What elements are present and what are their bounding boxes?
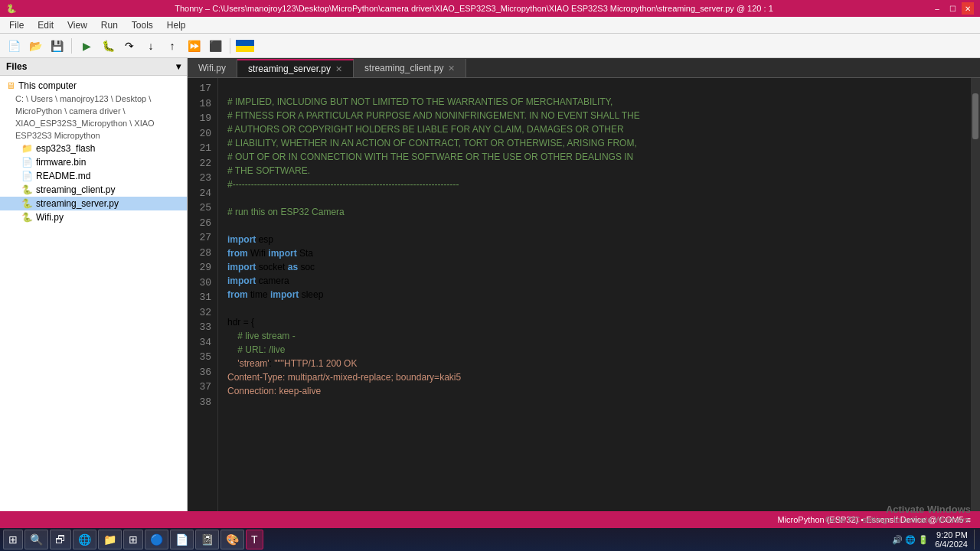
status-right: MicroPython (ESP32) • Essensif Device @ … <box>777 515 971 524</box>
file-label: streaming_server.py <box>36 198 119 209</box>
path-line-1: C: \ Users \ manojroy123 \ Desktop \ <box>0 93 187 105</box>
thonny-taskbar-button[interactable]: T <box>246 530 263 549</box>
tabs-bar: Wifi.py streaming_server.py ✕ streaming_… <box>188 58 980 78</box>
file-firmware-bin[interactable]: 📄 firmware.bin <box>0 155 187 169</box>
maximize-button[interactable]: ☐ <box>946 2 959 15</box>
close-button[interactable]: ✕ <box>962 2 974 15</box>
files-label: Files <box>6 61 27 72</box>
files-panel-header: Files ▾ <box>0 58 187 76</box>
toolbar-separator-1 <box>71 38 72 54</box>
step-over-button[interactable]: ↷ <box>120 37 139 55</box>
tab-wifi[interactable]: Wifi.py <box>188 59 237 77</box>
tab-label: Wifi.py <box>198 63 226 73</box>
title-bar: 🐍 Thonny – C:\Users\manojroy123\Desktop\… <box>0 0 980 17</box>
menu-bar: File Edit View Run Tools Help <box>0 17 980 34</box>
debug-button[interactable]: 🐛 <box>99 37 117 55</box>
file-streaming-client[interactable]: 🐍 streaming_client.py <box>0 183 187 197</box>
window-title: Thonny – C:\Users\manojroy123\Desktop\Mi… <box>17 4 931 13</box>
new-file-button[interactable]: 📄 <box>5 37 23 55</box>
editor-scrollbar[interactable] <box>971 78 980 528</box>
file-label: README.md <box>36 171 90 181</box>
py-icon: 🐍 <box>21 198 33 209</box>
taskbar-right: 🔊 🌐 🔋 9:20 PM 6/4/2024 <box>892 530 977 549</box>
path-line-3: XIAO_ESP32S3_Micropython \ XIAO <box>0 117 187 129</box>
step-out-button[interactable]: ↑ <box>163 37 181 55</box>
file-label: esp32s3_flash <box>36 143 95 154</box>
path3-text: XIAO_ESP32S3_Micropython \ XIAO <box>15 119 155 128</box>
search-button[interactable]: 🔍 <box>24 530 48 549</box>
system-tray-icons: 🔊 🌐 🔋 <box>892 535 929 545</box>
tab-close-icon[interactable]: ✕ <box>448 64 455 73</box>
taskview-button[interactable]: 🗗 <box>50 530 71 549</box>
clock-time: 9:20 PM <box>935 530 968 540</box>
tab-label: streaming_server.py <box>248 64 331 74</box>
menu-view[interactable]: View <box>61 18 93 32</box>
win-store-button[interactable]: ⊞ <box>123 530 143 549</box>
edge-button[interactable]: 🌐 <box>73 530 96 549</box>
file-label: firmware.bin <box>36 157 86 168</box>
paint-button[interactable]: 🎨 <box>220 530 244 549</box>
file-icon: 📄 <box>21 171 33 181</box>
run-button[interactable]: ▶ <box>77 37 96 55</box>
minimize-button[interactable]: – <box>931 2 943 15</box>
tab-streaming-server[interactable]: streaming_server.py ✕ <box>237 59 354 77</box>
menu-tools[interactable]: Tools <box>126 18 159 32</box>
explorer-button[interactable]: 📁 <box>98 530 122 549</box>
code-content[interactable]: # IMPLIED, INCLUDING BUT NOT LIMITED TO … <box>218 78 971 528</box>
ukraine-flag <box>236 40 254 52</box>
stop-button[interactable]: ⬛ <box>206 37 224 55</box>
path-line-2: MicroPython \ camera driver \ <box>0 105 187 117</box>
path-line-4: ESP32S3 Micropython <box>0 129 187 142</box>
file-label: Wifi.py <box>36 212 64 223</box>
save-button[interactable]: 💾 <box>47 37 66 55</box>
folder-icon: 📁 <box>21 143 33 154</box>
file-icon: 📄 <box>21 157 33 168</box>
toolbar: 📄 📂 💾 ▶ 🐛 ↷ ↓ ↑ ⏩ ⬛ <box>0 34 980 58</box>
step-into-button[interactable]: ↓ <box>142 37 160 55</box>
file-readme[interactable]: 📄 README.md <box>0 169 187 183</box>
start-button[interactable]: ⊞ <box>3 530 23 549</box>
line-numbers: 17 18 19 20 21 22 23 24 25 26 27 28 29 3… <box>188 78 218 528</box>
taskbar: ⊞ 🔍 🗗 🌐 📁 ⊞ 🔵 📄 📓 🎨 T 🔊 🌐 🔋 9:20 PM 6/4/… <box>0 528 980 551</box>
show-desktop-button[interactable] <box>974 530 977 549</box>
file-wifi[interactable]: 🐍 Wifi.py <box>0 210 187 224</box>
editor-area: Wifi.py streaming_server.py ✕ streaming_… <box>188 58 980 528</box>
py-icon: 🐍 <box>21 212 33 223</box>
this-computer-label: This computer <box>18 80 77 91</box>
status-bar: MicroPython (ESP32) • Essensif Device @ … <box>0 511 980 528</box>
toolbar-separator-2 <box>230 38 230 54</box>
main-layout: Files ▾ 🖥 This computer C: \ Users \ man… <box>0 58 980 528</box>
chrome-button[interactable]: 🔵 <box>145 530 168 549</box>
resume-button[interactable]: ⏩ <box>185 37 203 55</box>
files-collapse-icon[interactable]: ▾ <box>176 61 181 72</box>
path1-text: C: \ Users \ manojroy123 \ Desktop \ <box>15 94 151 103</box>
clock-date: 6/4/2024 <box>935 540 968 549</box>
app-icon: 🐍 <box>6 4 17 14</box>
editor-wrapper: 17 18 19 20 21 22 23 24 25 26 27 28 29 3… <box>188 78 980 528</box>
onenote-button[interactable]: 📓 <box>195 530 219 549</box>
file-esp32s3-flash[interactable]: 📁 esp32s3_flash <box>0 142 187 155</box>
file-streaming-server[interactable]: 🐍 streaming_server.py <box>0 197 187 210</box>
menu-edit[interactable]: Edit <box>31 18 60 32</box>
menu-help[interactable]: Help <box>161 18 192 32</box>
tab-close-icon[interactable]: ✕ <box>335 64 342 74</box>
open-file-button[interactable]: 📂 <box>26 37 44 55</box>
py-icon: 🐍 <box>21 184 33 195</box>
files-tree: 🖥 This computer C: \ Users \ manojroy123… <box>0 76 187 528</box>
menu-file[interactable]: File <box>3 18 30 32</box>
path4-text: ESP32S3 Micropython <box>15 131 100 140</box>
files-panel: Files ▾ 🖥 This computer C: \ Users \ man… <box>0 58 188 528</box>
path2-text: MicroPython \ camera driver \ <box>15 106 126 116</box>
this-computer[interactable]: 🖥 This computer <box>0 79 187 93</box>
acrobat-button[interactable]: 📄 <box>170 530 194 549</box>
taskbar-time: 9:20 PM 6/4/2024 <box>935 530 968 549</box>
menu-run[interactable]: Run <box>95 18 124 32</box>
tab-label: streaming_client.py <box>364 63 443 73</box>
tab-streaming-client[interactable]: streaming_client.py ✕ <box>354 59 466 77</box>
computer-icon: 🖥 <box>6 80 15 91</box>
file-label: streaming_client.py <box>36 184 115 195</box>
